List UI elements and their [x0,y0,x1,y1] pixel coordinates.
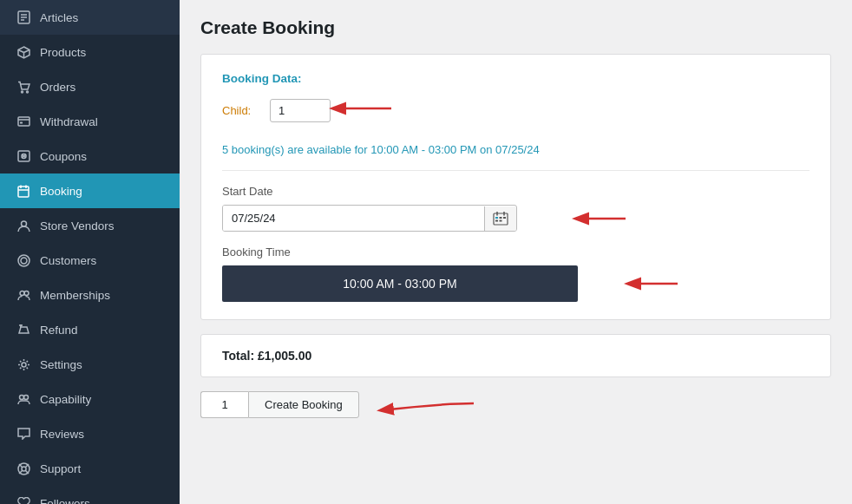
svg-point-27 [22,467,26,471]
sidebar-item-capability[interactable]: Capability [0,382,180,416]
sidebar-item-booking[interactable]: Booking [0,173,180,208]
page-title: Create Booking [200,17,831,38]
reviews-icon [16,426,31,442]
sidebar-label-reviews: Reviews [40,428,84,441]
sidebar-label-capability: Capability [40,393,91,406]
sidebar-item-store-vendors[interactable]: Store Vendors [0,208,180,243]
orders-icon [16,79,31,95]
coupons-icon [16,148,31,164]
sidebar-item-memberships[interactable]: Memberships [0,278,180,312]
booking-data-card: Booking Data: Child: 5 booking(s) are av… [200,54,831,320]
followers-icon [16,495,31,504]
svg-rect-38 [500,219,502,221]
sidebar-label-refund: Refund [40,324,78,337]
svg-point-19 [21,258,27,264]
start-date-label: Start Date [222,185,809,198]
availability-text: 5 booking(s) are available for 10:00 AM … [222,143,809,156]
sidebar-label-orders: Orders [40,81,75,94]
sidebar-item-withdrawal[interactable]: Withdrawal [0,104,180,139]
products-icon [16,44,31,60]
divider-1 [222,170,809,171]
support-icon [16,461,31,476]
settings-icon [16,357,31,372]
svg-rect-14 [18,187,29,197]
svg-rect-33 [494,213,508,225]
svg-point-22 [24,291,29,295]
sidebar-label-products: Products [40,46,86,59]
svg-rect-11 [20,122,23,124]
child-input[interactable] [270,99,331,122]
arrow-date [569,206,630,231]
svg-line-6 [18,49,24,52]
date-picker-button[interactable] [484,206,516,231]
sidebar-label-settings: Settings [40,358,82,371]
svg-point-18 [21,221,26,226]
sidebar-label-withdrawal: Withdrawal [40,115,98,128]
calendar-icon [493,212,508,226]
arrow-child [326,95,396,121]
booking-data-label: Booking Data: [222,72,809,85]
svg-rect-37 [495,219,498,221]
time-slot-button[interactable]: 10:00 AM - 03:00 PM [222,265,578,302]
child-label: Child: [222,104,261,117]
sidebar-item-refund[interactable]: Refund [0,312,180,347]
sidebar-item-support[interactable]: Support [0,451,180,486]
date-input[interactable] [223,206,484,231]
sidebar-item-products[interactable]: Products [0,35,180,69]
sidebar-label-memberships: Memberships [40,289,110,302]
main-content: Create Booking Booking Data: Child: 5 bo… [180,0,852,504]
sidebar-label-support: Support [40,462,81,475]
total-card: Total: £1,005.00 [200,334,831,377]
svg-point-25 [23,395,28,399]
child-field-row: Child: [222,99,331,122]
sidebar-item-articles[interactable]: Articles [0,0,180,35]
refund-icon [16,322,31,337]
svg-rect-36 [503,217,506,219]
svg-rect-9 [18,117,29,126]
sidebar-label-customers: Customers [40,254,96,267]
date-input-wrap [222,205,517,232]
total-text: Total: £1,005.00 [222,349,809,363]
sidebar-label-booking: Booking [40,185,82,198]
arrow-timeslot [621,272,682,296]
sidebar-label-followers: Followers [40,497,90,505]
store-vendors-icon [16,218,31,233]
sidebar-label-articles: Articles [40,11,78,24]
sidebar-item-customers[interactable]: Customers [0,243,180,278]
booking-icon [16,183,31,199]
svg-rect-35 [500,217,502,219]
withdrawal-icon [16,114,31,129]
sidebar-label-coupons: Coupons [40,150,87,163]
total-card-body: Total: £1,005.00 [201,335,830,376]
svg-point-23 [22,363,26,367]
articles-icon [16,10,31,25]
svg-rect-34 [495,217,498,219]
create-booking-button[interactable]: Create Booking [248,391,359,418]
svg-point-7 [21,91,23,93]
sidebar-item-coupons[interactable]: Coupons [0,139,180,173]
customers-icon [16,252,31,268]
action-area: Create Booking [200,391,831,418]
sidebar-label-store-vendors: Store Vendors [40,219,115,232]
svg-point-20 [18,255,29,266]
sidebar: ArticlesProductsOrdersWithdrawalCouponsB… [0,0,180,504]
arrow-create-booking [374,398,478,422]
svg-point-8 [26,91,28,93]
sidebar-item-settings[interactable]: Settings [0,347,180,382]
sidebar-item-reviews[interactable]: Reviews [0,416,180,451]
quantity-input[interactable] [200,391,248,418]
booking-data-body: Booking Data: Child: 5 booking(s) are av… [201,55,830,319]
booking-time-label: Booking Time [222,245,809,259]
sidebar-item-followers[interactable]: Followers [0,486,180,504]
capability-icon [16,391,31,407]
sidebar-item-orders[interactable]: Orders [0,69,180,104]
svg-line-4 [23,49,29,52]
memberships-icon [16,287,31,303]
